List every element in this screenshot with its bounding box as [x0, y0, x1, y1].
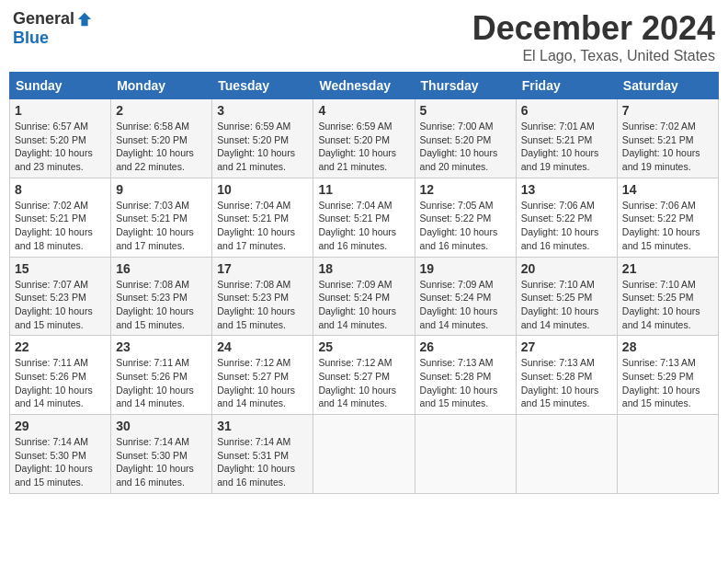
calendar-cell: 16 Sunrise: 7:08 AM Sunset: 5:23 PM Dayl… — [111, 257, 212, 336]
calendar-cell: 20 Sunrise: 7:10 AM Sunset: 5:25 PM Dayl… — [516, 257, 617, 336]
cell-content: Sunrise: 7:12 AM Sunset: 5:27 PM Dayligh… — [217, 356, 308, 410]
day-number: 3 — [217, 103, 308, 118]
calendar-cell: 29 Sunrise: 7:14 AM Sunset: 5:30 PM Dayl… — [10, 415, 111, 494]
day-number: 26 — [420, 339, 511, 354]
calendar-cell: 19 Sunrise: 7:09 AM Sunset: 5:24 PM Dayl… — [415, 257, 516, 336]
cell-content: Sunrise: 7:12 AM Sunset: 5:27 PM Dayligh… — [318, 356, 409, 410]
day-number: 9 — [116, 182, 207, 197]
daylight-label: Daylight: 10 hours and 16 minutes. — [420, 226, 498, 251]
sunset-label: Sunset: 5:20 PM — [420, 134, 492, 145]
calendar-cell — [516, 415, 617, 494]
daylight-label: Daylight: 10 hours and 16 minutes. — [217, 463, 295, 488]
sunset-label: Sunset: 5:27 PM — [217, 371, 289, 382]
calendar-cell: 12 Sunrise: 7:05 AM Sunset: 5:22 PM Dayl… — [415, 178, 516, 257]
calendar-cell: 10 Sunrise: 7:04 AM Sunset: 5:21 PM Dayl… — [212, 178, 313, 257]
day-number: 10 — [217, 182, 308, 197]
cell-content: Sunrise: 7:08 AM Sunset: 5:23 PM Dayligh… — [116, 278, 207, 332]
day-number: 12 — [420, 182, 511, 197]
sunset-label: Sunset: 5:30 PM — [15, 450, 86, 461]
calendar-cell — [313, 415, 415, 494]
daylight-label: Daylight: 10 hours and 19 minutes. — [622, 147, 700, 172]
cell-content: Sunrise: 7:14 AM Sunset: 5:30 PM Dayligh… — [116, 435, 207, 489]
day-number: 1 — [15, 103, 106, 118]
col-thursday: Thursday — [415, 73, 516, 99]
calendar-week-row: 15 Sunrise: 7:07 AM Sunset: 5:23 PM Dayl… — [10, 257, 719, 336]
sunrise-label: Sunrise: 7:07 AM — [15, 279, 88, 290]
calendar-cell: 5 Sunrise: 7:00 AM Sunset: 5:20 PM Dayli… — [415, 99, 516, 178]
daylight-label: Daylight: 10 hours and 15 minutes. — [420, 385, 498, 409]
logo-blue-text: Blue — [13, 29, 49, 48]
header: General Blue December 2024 El Lago, Texa… — [9, 9, 719, 64]
calendar-cell: 1 Sunrise: 6:57 AM Sunset: 5:20 PM Dayli… — [10, 99, 111, 178]
sunrise-label: Sunrise: 7:12 AM — [217, 357, 290, 368]
daylight-label: Daylight: 10 hours and 17 minutes. — [217, 226, 295, 251]
svg-marker-0 — [78, 12, 91, 25]
day-number: 14 — [622, 182, 713, 197]
sunset-label: Sunset: 5:20 PM — [116, 134, 188, 145]
daylight-label: Daylight: 10 hours and 15 minutes. — [622, 385, 700, 409]
cell-content: Sunrise: 6:58 AM Sunset: 5:20 PM Dayligh… — [116, 120, 207, 174]
daylight-label: Daylight: 10 hours and 21 minutes. — [217, 147, 295, 172]
calendar-cell: 7 Sunrise: 7:02 AM Sunset: 5:21 PM Dayli… — [617, 99, 718, 178]
sunrise-label: Sunrise: 7:11 AM — [116, 357, 189, 368]
daylight-label: Daylight: 10 hours and 16 minutes. — [318, 226, 396, 251]
daylight-label: Daylight: 10 hours and 15 minutes. — [521, 385, 599, 409]
sunrise-label: Sunrise: 7:09 AM — [318, 279, 392, 290]
daylight-label: Daylight: 10 hours and 14 minutes. — [622, 305, 700, 330]
daylight-label: Daylight: 10 hours and 19 minutes. — [521, 147, 599, 172]
cell-content: Sunrise: 7:11 AM Sunset: 5:26 PM Dayligh… — [15, 356, 106, 410]
col-monday: Monday — [111, 73, 212, 99]
sunset-label: Sunset: 5:28 PM — [420, 371, 492, 382]
daylight-label: Daylight: 10 hours and 14 minutes. — [217, 385, 295, 409]
calendar-cell: 23 Sunrise: 7:11 AM Sunset: 5:26 PM Dayl… — [111, 336, 212, 415]
calendar-cell: 18 Sunrise: 7:09 AM Sunset: 5:24 PM Dayl… — [313, 257, 415, 336]
sunset-label: Sunset: 5:21 PM — [622, 134, 694, 145]
day-number: 20 — [521, 261, 612, 276]
sunrise-label: Sunrise: 7:04 AM — [217, 200, 290, 211]
daylight-label: Daylight: 10 hours and 14 minutes. — [318, 305, 396, 330]
sunrise-label: Sunrise: 7:06 AM — [622, 200, 696, 211]
sunrise-label: Sunrise: 7:03 AM — [116, 200, 189, 211]
cell-content: Sunrise: 6:57 AM Sunset: 5:20 PM Dayligh… — [15, 120, 106, 174]
header-row: Sunday Monday Tuesday Wednesday Thursday… — [10, 73, 719, 99]
calendar-cell: 21 Sunrise: 7:10 AM Sunset: 5:25 PM Dayl… — [617, 257, 718, 336]
cell-content: Sunrise: 7:02 AM Sunset: 5:21 PM Dayligh… — [15, 199, 106, 253]
sunset-label: Sunset: 5:21 PM — [217, 213, 289, 224]
daylight-label: Daylight: 10 hours and 22 minutes. — [116, 147, 194, 172]
sunrise-label: Sunrise: 7:12 AM — [318, 357, 392, 368]
sunrise-label: Sunrise: 7:14 AM — [217, 436, 290, 447]
cell-content: Sunrise: 7:04 AM Sunset: 5:21 PM Dayligh… — [217, 199, 308, 253]
daylight-label: Daylight: 10 hours and 15 minutes. — [15, 305, 93, 330]
day-number: 30 — [116, 419, 207, 433]
calendar-cell: 8 Sunrise: 7:02 AM Sunset: 5:21 PM Dayli… — [10, 178, 111, 257]
day-number: 28 — [622, 339, 713, 354]
calendar-cell — [415, 415, 516, 494]
day-number: 31 — [217, 419, 308, 433]
calendar-cell: 13 Sunrise: 7:06 AM Sunset: 5:22 PM Dayl… — [516, 178, 617, 257]
sunset-label: Sunset: 5:25 PM — [622, 292, 694, 303]
calendar-table: Sunday Monday Tuesday Wednesday Thursday… — [9, 72, 719, 494]
calendar-cell: 15 Sunrise: 7:07 AM Sunset: 5:23 PM Dayl… — [10, 257, 111, 336]
daylight-label: Daylight: 10 hours and 18 minutes. — [15, 226, 93, 251]
day-number: 8 — [15, 182, 106, 197]
cell-content: Sunrise: 7:00 AM Sunset: 5:20 PM Dayligh… — [420, 120, 511, 174]
day-number: 22 — [15, 339, 106, 354]
day-number: 4 — [318, 103, 409, 118]
day-number: 17 — [217, 261, 308, 276]
daylight-label: Daylight: 10 hours and 23 minutes. — [15, 147, 93, 172]
daylight-label: Daylight: 10 hours and 15 minutes. — [622, 226, 700, 251]
daylight-label: Daylight: 10 hours and 14 minutes. — [420, 305, 498, 330]
calendar-cell — [617, 415, 718, 494]
sunset-label: Sunset: 5:27 PM — [318, 371, 390, 382]
calendar-cell: 25 Sunrise: 7:12 AM Sunset: 5:27 PM Dayl… — [313, 336, 415, 415]
sunrise-label: Sunrise: 7:13 AM — [521, 357, 595, 368]
sunset-label: Sunset: 5:30 PM — [116, 450, 188, 461]
day-number: 16 — [116, 261, 207, 276]
calendar-cell: 6 Sunrise: 7:01 AM Sunset: 5:21 PM Dayli… — [516, 99, 617, 178]
day-number: 11 — [318, 182, 409, 197]
day-number: 18 — [318, 261, 409, 276]
col-saturday: Saturday — [617, 73, 718, 99]
daylight-label: Daylight: 10 hours and 21 minutes. — [318, 147, 396, 172]
sunset-label: Sunset: 5:28 PM — [521, 371, 593, 382]
sunrise-label: Sunrise: 6:59 AM — [217, 121, 290, 132]
